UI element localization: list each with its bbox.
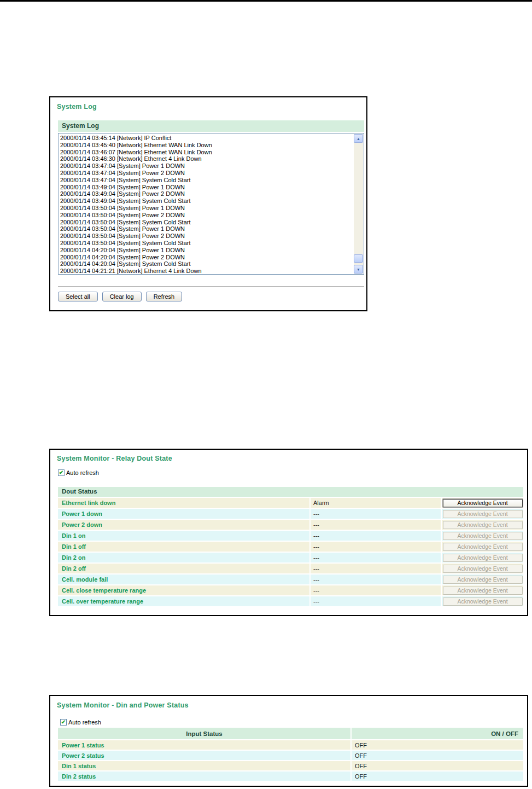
dout-event-label: Cell. close temperature range	[58, 585, 309, 595]
scroll-up-button[interactable]: ▲	[354, 134, 363, 143]
log-entry[interactable]: 2000/01/14 03:50:04 [System] Power 1 DOW…	[60, 225, 364, 233]
clear-log-button[interactable]: Clear log	[102, 292, 142, 301]
page-title: System Monitor - Relay Dout State	[57, 455, 172, 462]
log-entry[interactable]: 2000/01/14 04:20:04 [System] Power 2 DOW…	[60, 254, 364, 261]
dout-action-cell: Acknowledge Event	[442, 575, 523, 584]
dout-event-label: Din 1 off	[58, 542, 309, 552]
table-row: Power 2 status OFF	[58, 751, 523, 760]
log-entry[interactable]: 2000/01/14 03:50:04 [System] Power 2 DOW…	[60, 233, 364, 240]
acknowledge-event-button[interactable]: Acknowledge Event	[443, 543, 523, 551]
arrow-up-icon: ▲	[356, 137, 360, 141]
din-power-panel: System Monitor - Din and Power Status Au…	[49, 695, 528, 787]
table-row: Cell. over temperature range --- Acknowl…	[58, 596, 523, 606]
acknowledge-event-button[interactable]: Acknowledge Event	[443, 565, 523, 573]
input-rows: Power 1 status OFF Power 2 status OFF Di…	[58, 740, 523, 781]
log-entry[interactable]: 2000/01/14 03:45:14 [Network] IP Conflic…	[60, 135, 364, 142]
dout-status-table: Dout Status Ethernet link down Alarm Ack…	[58, 487, 523, 607]
dout-status-value: ---	[311, 575, 441, 584]
column-header-input-status: Input Status	[58, 728, 350, 739]
table-header-row: Input Status ON / OFF	[58, 728, 523, 739]
acknowledge-event-button[interactable]: Acknowledge Event	[443, 597, 523, 606]
input-label: Power 1 status	[58, 740, 350, 750]
table-row: Power 1 status OFF	[58, 740, 523, 750]
table-row: Din 1 on --- Acknowledge Event	[58, 531, 523, 541]
scrollbar[interactable]: ▲ ▼	[354, 134, 363, 274]
acknowledge-event-button[interactable]: Acknowledge Event	[443, 587, 523, 595]
auto-refresh-checkbox[interactable]	[60, 719, 67, 726]
log-entry[interactable]: 2000/01/14 03:50:04 [System] Power 1 DOW…	[60, 205, 364, 212]
acknowledge-event-button[interactable]: Acknowledge Event	[443, 576, 523, 584]
table-row: Din 2 status OFF	[58, 771, 523, 781]
acknowledge-event-button[interactable]: Acknowledge Event	[443, 499, 523, 507]
auto-refresh-label: Auto refresh	[68, 719, 101, 726]
input-label: Din 2 status	[58, 771, 350, 781]
page-title: System Monitor - Din and Power Status	[57, 701, 189, 709]
auto-refresh-checkbox[interactable]	[58, 469, 65, 476]
dout-action-cell: Acknowledge Event	[442, 564, 523, 573]
log-entry[interactable]: 2000/01/14 04:20:04 [System] System Cold…	[60, 260, 364, 268]
dout-status-value: ---	[311, 531, 441, 541]
input-value: OFF	[352, 761, 523, 770]
table-row: Power 1 down --- Acknowledge Event	[58, 509, 523, 519]
relay-dout-panel: System Monitor - Relay Dout State Auto r…	[49, 449, 528, 616]
dout-event-label: Cell. module fail	[58, 575, 309, 584]
dout-event-label: Ethernet link down	[58, 498, 309, 508]
table-row: Power 2 down --- Acknowledge Event	[58, 520, 523, 530]
log-entry[interactable]: 2000/01/14 03:49:04 [System] System Cold…	[60, 198, 364, 205]
acknowledge-event-button[interactable]: Acknowledge Event	[443, 521, 523, 529]
acknowledge-event-button[interactable]: Acknowledge Event	[443, 554, 523, 562]
log-entry[interactable]: 2000/01/14 03:49:04 [System] Power 1 DOW…	[60, 184, 364, 191]
divider	[58, 286, 364, 287]
log-entry[interactable]: 2000/01/14 03:49:04 [System] Power 2 DOW…	[60, 190, 364, 198]
dout-event-label: Power 2 down	[58, 520, 309, 530]
dout-action-cell: Acknowledge Event	[442, 520, 523, 530]
select-all-button[interactable]: Select all	[58, 292, 98, 301]
input-label: Power 2 status	[58, 751, 350, 760]
table-row: Cell. close temperature range --- Acknow…	[58, 585, 523, 595]
table-row: Din 1 off --- Acknowledge Event	[58, 542, 523, 552]
arrow-down-icon: ▼	[356, 268, 360, 271]
dout-status-value: ---	[311, 585, 441, 595]
dout-status-value: ---	[311, 509, 441, 519]
page-top-border	[0, 0, 532, 2]
acknowledge-event-button[interactable]: Acknowledge Event	[443, 510, 523, 518]
dout-action-cell: Acknowledge Event	[442, 498, 523, 508]
log-entry[interactable]: 2000/01/14 03:50:04 [System] System Cold…	[60, 219, 364, 226]
dout-event-label: Din 2 on	[58, 553, 309, 562]
dout-event-label: Din 1 on	[58, 531, 309, 541]
table-row: Din 2 off --- Acknowledge Event	[58, 564, 523, 573]
input-value: OFF	[352, 751, 523, 760]
log-entry[interactable]: 2000/01/14 03:45:40 [Network] Ethernet W…	[60, 142, 364, 149]
log-entry[interactable]: 2000/01/14 03:50:04 [System] System Cold…	[60, 240, 364, 247]
acknowledge-event-button[interactable]: Acknowledge Event	[443, 532, 523, 540]
dout-action-cell: Acknowledge Event	[442, 542, 523, 552]
table-row: Din 1 status OFF	[58, 761, 523, 770]
input-value: OFF	[352, 771, 523, 781]
dout-status-value: Alarm	[311, 498, 441, 508]
auto-refresh: Auto refresh	[58, 469, 99, 476]
log-entry[interactable]: 2000/01/14 03:50:04 [System] Power 2 DOW…	[60, 212, 364, 219]
log-entry[interactable]: 2000/01/14 04:20:04 [System] Power 1 DOW…	[60, 247, 364, 254]
log-list: 2000/01/14 03:45:14 [Network] IP Conflic…	[59, 134, 364, 275]
refresh-button[interactable]: Refresh	[146, 292, 183, 301]
scrollbar-thumb[interactable]	[354, 254, 363, 263]
input-value: OFF	[352, 740, 523, 750]
auto-refresh: Auto refresh	[60, 719, 101, 726]
log-entry[interactable]: 2000/01/14 03:46:07 [Network] Ethernet W…	[60, 149, 364, 156]
section-header: System Log	[58, 120, 364, 132]
scroll-down-button[interactable]: ▼	[354, 265, 363, 274]
log-entry[interactable]: 2000/01/14 03:47:04 [System] System Cold…	[60, 177, 364, 184]
dout-action-cell: Acknowledge Event	[442, 531, 523, 541]
log-actions: Select all Clear log Refresh	[58, 292, 182, 301]
system-log-listbox[interactable]: 2000/01/14 03:45:14 [Network] IP Conflic…	[58, 133, 364, 275]
log-entry[interactable]: 2000/01/14 03:47:04 [System] Power 2 DOW…	[60, 170, 364, 177]
input-status-table: Input Status ON / OFF Power 1 status OFF…	[58, 728, 523, 782]
dout-rows: Ethernet link down Alarm Acknowledge Eve…	[58, 498, 523, 606]
dout-action-cell: Acknowledge Event	[442, 553, 523, 562]
system-log-panel: System Log System Log 2000/01/14 03:45:1…	[49, 96, 367, 311]
table-row: Cell. module fail --- Acknowledge Event	[58, 575, 523, 584]
log-entry[interactable]: 2000/01/14 03:46:30 [Network] Ethernet 4…	[60, 155, 364, 163]
log-entry[interactable]: 2000/01/14 04:21:21 [Network] Ethernet 4…	[60, 268, 364, 275]
dout-action-cell: Acknowledge Event	[442, 509, 523, 519]
log-entry[interactable]: 2000/01/14 03:47:04 [System] Power 1 DOW…	[60, 163, 364, 170]
